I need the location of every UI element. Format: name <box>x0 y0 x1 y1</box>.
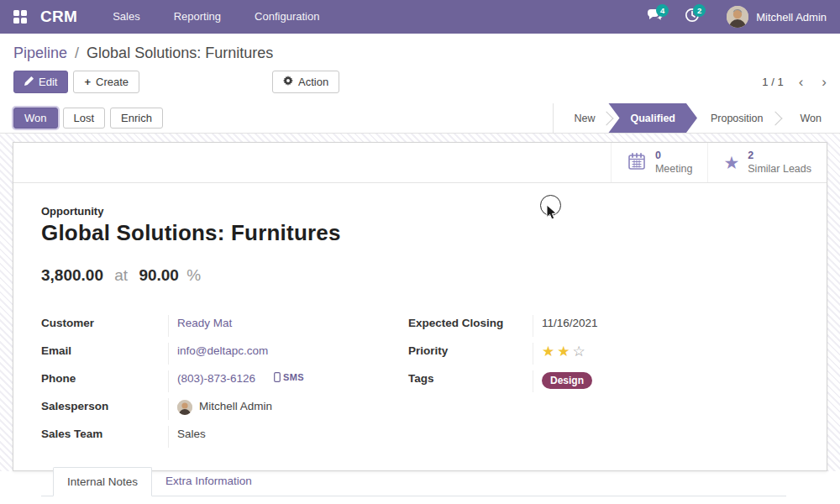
sales-team-row: Sales Team Sales <box>41 426 408 454</box>
user-name: Mitchell Admin <box>756 11 827 24</box>
star-filled-icon[interactable]: ★ <box>542 344 554 359</box>
expected-closing-label: Expected Closing <box>408 315 533 329</box>
messages-badge: 4 <box>656 4 669 17</box>
notebook-tabs: Internal Notes Extra Information <box>41 467 786 496</box>
priority-row: Priority ★ ★ ☆ <box>408 343 786 370</box>
tab-extra-information[interactable]: Extra Information <box>152 467 265 496</box>
messages-button[interactable]: 4 <box>641 0 669 34</box>
pencil-icon <box>24 76 34 88</box>
right-field-group: Expected Closing 11/16/2021 Priority ★ ★… <box>408 315 786 454</box>
percent-sign: % <box>186 266 201 284</box>
phone-value-link[interactable]: (803)-873-6126 <box>177 372 255 385</box>
sms-link[interactable]: SMS <box>274 372 304 382</box>
enrich-button[interactable]: Enrich <box>110 108 163 129</box>
stage-qualified[interactable]: Qualified <box>608 103 696 133</box>
phone-label: Phone <box>41 370 168 385</box>
salesperson-value[interactable]: Mitchell Admin <box>199 400 272 412</box>
won-button[interactable]: Won <box>13 108 58 129</box>
meeting-label: Meeting <box>655 163 692 176</box>
nav-item-sales[interactable]: Sales <box>99 0 154 34</box>
top-navbar: CRM Sales Reporting Configuration 4 2 <box>0 0 840 34</box>
breadcrumb-pipeline-link[interactable]: Pipeline <box>13 45 67 61</box>
left-field-group: Customer Ready Mat Email info@deltapc.co… <box>41 315 408 454</box>
salesperson-row: Salesperson Mitchell Admin <box>41 398 408 426</box>
expected-revenue: 3,800.00 <box>41 266 103 284</box>
user-avatar <box>727 6 748 28</box>
stage-won[interactable]: Won <box>782 103 840 133</box>
email-value-link[interactable]: info@deltapc.com <box>177 344 268 357</box>
action-button[interactable]: Action <box>272 71 339 93</box>
form-sheet: 0 Meeting ★ 2 Similar Leads Opportunity … <box>13 142 827 471</box>
stage-proposition[interactable]: Proposition <box>692 103 782 133</box>
star-icon: ★ <box>723 154 739 171</box>
similar-leads-count: 2 <box>748 150 811 163</box>
apps-menu-icon[interactable] <box>13 10 27 24</box>
stage-statusbar: New Qualified Proposition Won <box>553 103 840 133</box>
mobile-phone-icon <box>274 372 281 382</box>
tab-internal-notes[interactable]: Internal Notes <box>53 467 152 496</box>
priority-label: Priority <box>408 343 533 357</box>
expected-closing-row: Expected Closing 11/16/2021 <box>408 315 786 343</box>
navbar-menu: Sales Reporting Configuration <box>99 0 333 34</box>
similar-leads-label: Similar Leads <box>748 163 811 176</box>
breadcrumb-current: Global Solutions: Furnitures <box>87 45 273 61</box>
star-empty-icon[interactable]: ☆ <box>573 344 585 359</box>
probability-value: 90.00 <box>139 266 179 284</box>
plus-icon: + <box>84 76 91 88</box>
lost-button[interactable]: Lost <box>63 108 106 129</box>
expected-closing-value[interactable]: 11/16/2021 <box>542 317 598 329</box>
customer-label: Customer <box>41 315 168 329</box>
salesperson-label: Salesperson <box>41 398 168 412</box>
customer-value-link[interactable]: Ready Mat <box>177 317 232 329</box>
navbar-right: 4 2 Mitchell Admin <box>641 0 827 34</box>
phone-row: Phone (803)-873-6126 SMS <box>41 370 408 398</box>
pager-previous-icon[interactable]: ‹ <box>799 75 804 89</box>
sales-team-value[interactable]: Sales <box>177 428 206 440</box>
tags-row: Tags Design <box>408 370 786 398</box>
tag-design[interactable]: Design <box>542 372 592 389</box>
toolbar: Edit + Create Action 1 / 1 ‹ › <box>13 71 827 93</box>
star-filled-icon[interactable]: ★ <box>557 344 570 359</box>
sheet-body: Opportunity Global Solutions: Furnitures… <box>13 183 827 496</box>
tags-label: Tags <box>408 370 533 385</box>
calendar-icon <box>627 151 647 175</box>
control-panel: Pipeline / Global Solutions: Furnitures … <box>0 34 840 93</box>
customer-row: Customer Ready Mat <box>41 315 408 343</box>
meeting-count: 0 <box>655 150 692 163</box>
similar-leads-stat-button[interactable]: ★ 2 Similar Leads <box>707 143 827 182</box>
stage-new[interactable]: New <box>555 103 613 133</box>
pager-count: 1 / 1 <box>762 76 783 88</box>
sales-team-label: Sales Team <box>41 426 168 440</box>
priority-stars[interactable]: ★ ★ ☆ <box>542 344 585 359</box>
edit-button[interactable]: Edit <box>13 71 68 93</box>
breadcrumb-separator: / <box>75 45 79 61</box>
email-row: Email info@deltapc.com <box>41 343 408 370</box>
activities-button[interactable]: 2 <box>678 0 706 34</box>
pager: 1 / 1 ‹ › <box>762 75 827 89</box>
salesperson-avatar <box>177 400 192 415</box>
form-background: 0 Meeting ★ 2 Similar Leads Opportunity … <box>0 134 840 471</box>
status-row: Won Lost Enrich New Qualified Propositio… <box>0 103 840 134</box>
activities-badge: 2 <box>693 4 706 17</box>
nav-item-reporting[interactable]: Reporting <box>160 0 234 34</box>
gear-icon <box>283 76 293 88</box>
meeting-stat-button[interactable]: 0 Meeting <box>611 143 707 182</box>
stat-button-bar: 0 Meeting ★ 2 Similar Leads <box>13 143 827 183</box>
email-label: Email <box>41 343 168 357</box>
at-word: at <box>114 266 128 284</box>
pager-next-icon[interactable]: › <box>822 75 827 89</box>
nav-item-configuration[interactable]: Configuration <box>241 0 333 34</box>
record-type-label: Opportunity <box>41 205 786 218</box>
amount-row: 3,800.00 at 90.00 % <box>41 266 786 285</box>
app-brand[interactable]: CRM <box>40 8 77 26</box>
create-button[interactable]: + Create <box>73 71 139 93</box>
field-grid: Customer Ready Mat Email info@deltapc.co… <box>41 315 786 454</box>
breadcrumb: Pipeline / Global Solutions: Furnitures <box>13 45 827 62</box>
user-menu[interactable]: Mitchell Admin <box>727 6 827 28</box>
opportunity-title: Global Solutions: Furnitures <box>41 220 786 246</box>
